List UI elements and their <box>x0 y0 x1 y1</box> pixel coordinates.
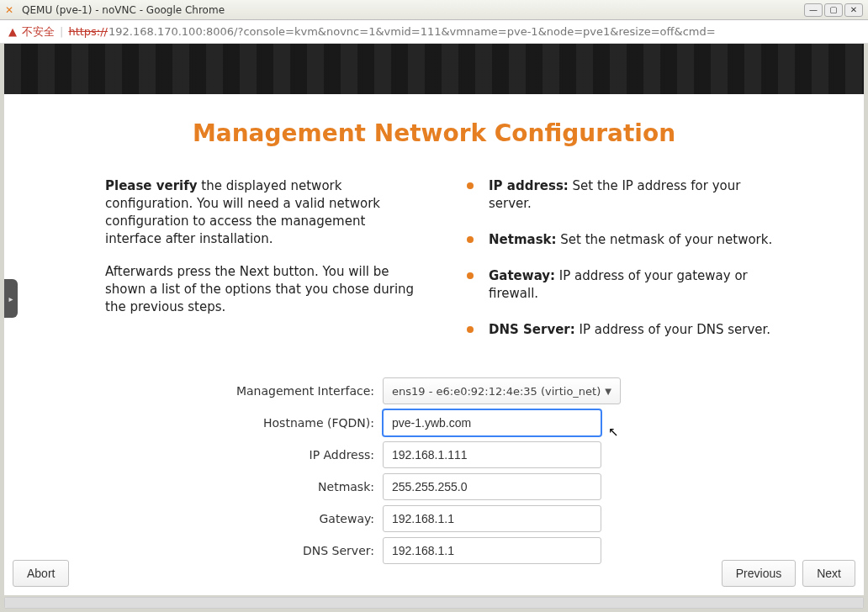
chevron-down-icon: ▼ <box>605 387 611 396</box>
description-paragraph-2: Afterwards press the Next button. You wi… <box>105 263 425 316</box>
netmask-input[interactable] <box>383 473 601 500</box>
insecure-warning-icon: ▲ <box>8 25 17 38</box>
addressbar-separator: | <box>60 25 63 38</box>
gateway-input[interactable] <box>383 505 601 532</box>
previous-button[interactable]: Previous <box>722 560 796 587</box>
url-protocol: https:// <box>68 25 108 38</box>
address-bar[interactable]: ▲ 不安全 | https:// 192.168.170.100:8006/?c… <box>0 20 868 44</box>
footer-bar: Abort Previous Next <box>13 560 855 587</box>
page-title: Management Network Configuration <box>4 119 864 147</box>
netmask-label: Netmask: <box>4 480 383 493</box>
insecure-warning-text: 不安全 <box>22 24 55 40</box>
scrollbar-thumb[interactable] <box>5 598 863 608</box>
close-window-button[interactable]: ✕ <box>844 3 863 17</box>
bullet-ip-address: IP address: Set the IP address for your … <box>467 177 780 213</box>
abort-button[interactable]: Abort <box>13 560 69 587</box>
bullet-dns-server: DNS Server: IP address of your DNS serve… <box>467 321 780 339</box>
mgmt-interface-dropdown[interactable]: ens19 - e6:e0:92:12:4e:35 (virtio_net) ▼ <box>383 377 621 404</box>
window-titlebar: ✕ QEMU (pve-1) - noVNC - Google Chrome —… <box>0 0 868 20</box>
bullets-column: IP address: Set the IP address for your … <box>467 177 780 357</box>
bullet-dot-icon <box>467 272 474 279</box>
hostname-input[interactable] <box>383 409 601 436</box>
bullet-dot-icon <box>467 326 474 333</box>
novnc-side-tab[interactable]: ▸ <box>4 279 18 318</box>
ip-address-label: IP Address: <box>4 448 383 462</box>
window-title: QEMU (pve-1) - noVNC - Google Chrome <box>22 4 804 16</box>
header-banner <box>4 44 864 94</box>
mgmt-interface-label: Management Interface: <box>4 384 383 398</box>
description-paragraph-1: Please verify the displayed network conf… <box>105 177 425 248</box>
network-form: Management Interface: ens19 - e6:e0:92:1… <box>4 377 864 564</box>
minimize-button[interactable]: — <box>804 3 823 17</box>
bullet-netmask: Netmask: Set the netmask of your network… <box>467 231 780 249</box>
next-button[interactable]: Next <box>802 560 855 587</box>
mgmt-interface-value: ens19 - e6:e0:92:12:4e:35 (virtio_net) <box>392 385 601 398</box>
vnc-content: Management Network Configuration Please … <box>4 44 864 595</box>
horizontal-scrollbar[interactable] <box>4 597 864 609</box>
url-text: 192.168.170.100:8006/?console=kvm&novnc=… <box>108 25 716 38</box>
dns-server-label: DNS Server: <box>4 544 383 557</box>
app-icon: ✕ <box>5 4 17 16</box>
hostname-label: Hostname (FQDN): <box>4 416 383 430</box>
bullet-dot-icon <box>467 182 474 189</box>
bullet-dot-icon <box>467 236 474 243</box>
ip-address-input[interactable] <box>383 441 601 468</box>
gateway-label: Gateway: <box>4 512 383 525</box>
description-column: Please verify the displayed network conf… <box>105 177 425 357</box>
bullet-gateway: Gateway: IP address of your gateway or f… <box>467 267 780 303</box>
maximize-button[interactable]: ▢ <box>824 3 843 17</box>
